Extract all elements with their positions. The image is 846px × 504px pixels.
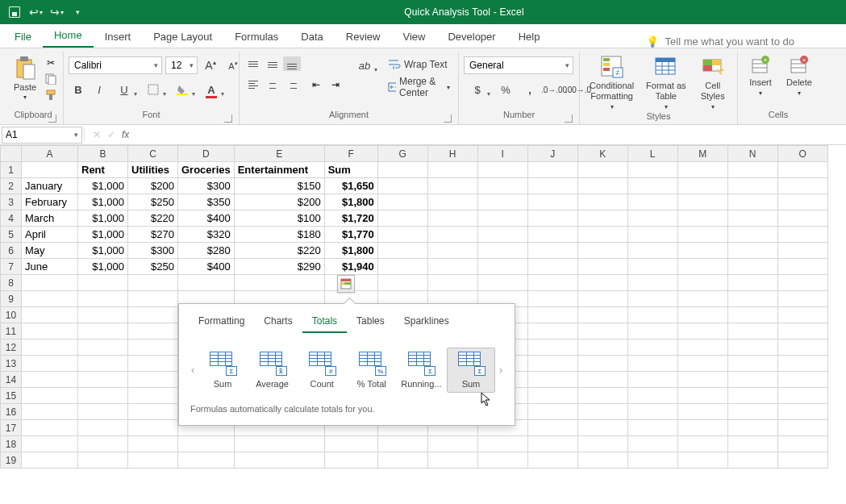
cell[interactable]	[477, 162, 527, 178]
tab-data[interactable]: Data	[290, 26, 334, 48]
cell[interactable]: $1,000	[78, 227, 128, 243]
cell[interactable]	[78, 420, 128, 436]
cell[interactable]	[527, 307, 577, 323]
decrease-decimal-button[interactable]: .00→.0	[569, 81, 588, 98]
column-header[interactable]: E	[234, 146, 324, 162]
qa-item-running[interactable]: ΣRunning...	[397, 348, 445, 393]
cell[interactable]	[527, 420, 577, 436]
cell[interactable]	[577, 307, 627, 323]
cell[interactable]	[577, 291, 627, 307]
row-header[interactable]: 12	[1, 339, 22, 356]
cell[interactable]	[527, 275, 577, 291]
cell[interactable]: $1,000	[78, 194, 128, 210]
copy-button[interactable]	[44, 73, 58, 85]
cell[interactable]: $1,800	[324, 243, 377, 259]
tab-review[interactable]: Review	[335, 26, 392, 48]
cell[interactable]	[627, 291, 677, 307]
column-header[interactable]: D	[178, 146, 235, 162]
cell[interactable]	[777, 388, 827, 404]
cell[interactable]: June	[22, 259, 78, 275]
number-format-combo[interactable]: General▾	[464, 56, 573, 74]
align-bottom-button[interactable]	[283, 56, 301, 71]
row-header[interactable]: 4	[1, 210, 22, 227]
cell[interactable]: Utilities	[128, 162, 178, 178]
cell[interactable]	[677, 339, 727, 356]
cell[interactable]	[377, 227, 427, 243]
font-dialog-launcher[interactable]	[224, 115, 232, 123]
cell[interactable]	[677, 194, 727, 210]
cell[interactable]	[128, 388, 178, 404]
number-dialog-launcher[interactable]	[565, 115, 573, 123]
cell[interactable]: Entertainment	[234, 162, 324, 178]
cell[interactable]	[577, 194, 627, 210]
fill-color-button[interactable]: ▾	[169, 81, 196, 98]
increase-font-button[interactable]: A▴	[201, 56, 220, 74]
column-header[interactable]: O	[777, 146, 827, 162]
quick-analysis-button[interactable]	[337, 275, 355, 293]
cell[interactable]: $300	[128, 243, 178, 259]
conditional-formatting-button[interactable]: ≠ Conditional Formatting▾	[585, 53, 639, 111]
align-center-button[interactable]	[264, 77, 281, 92]
cell[interactable]: $1,770	[324, 227, 377, 243]
cell[interactable]	[128, 339, 178, 356]
cell[interactable]	[727, 178, 777, 194]
formula-input[interactable]	[137, 127, 846, 144]
tab-help[interactable]: Help	[507, 26, 552, 48]
tab-view[interactable]: View	[391, 26, 436, 48]
row-header[interactable]: 1	[1, 162, 22, 178]
cell[interactable]	[78, 291, 128, 307]
row-header[interactable]: 8	[1, 275, 22, 291]
cell[interactable]	[128, 275, 178, 291]
cell[interactable]	[727, 388, 777, 404]
cell[interactable]: January	[22, 178, 78, 194]
cell[interactable]	[677, 372, 727, 388]
cell[interactable]	[527, 291, 577, 307]
column-header[interactable]: G	[377, 146, 427, 162]
cell[interactable]	[677, 404, 727, 420]
align-middle-button[interactable]	[264, 56, 281, 71]
qa-item-sum[interactable]: ΣSum	[198, 348, 247, 393]
alignment-dialog-launcher[interactable]	[444, 115, 452, 123]
cell[interactable]	[377, 436, 427, 452]
cell[interactable]	[527, 162, 577, 178]
cell[interactable]	[78, 323, 128, 339]
cell[interactable]	[178, 452, 235, 469]
cell[interactable]	[627, 339, 677, 356]
cell[interactable]	[22, 388, 78, 404]
cell[interactable]	[427, 194, 477, 210]
cell[interactable]	[777, 339, 827, 356]
cell[interactable]: $100	[234, 210, 324, 227]
cell[interactable]	[377, 162, 427, 178]
cell[interactable]	[727, 339, 777, 356]
cell[interactable]	[78, 275, 128, 291]
cell[interactable]: $1,940	[324, 259, 377, 275]
cell[interactable]: $180	[234, 227, 324, 243]
cell[interactable]	[427, 436, 477, 452]
cell[interactable]	[777, 227, 827, 243]
increase-decimal-button[interactable]: .0→.00	[544, 81, 564, 98]
cell[interactable]	[78, 436, 128, 452]
cell[interactable]	[677, 356, 727, 372]
cell[interactable]	[22, 420, 78, 436]
cell[interactable]	[377, 243, 427, 259]
row-header[interactable]: 13	[1, 356, 22, 372]
cell[interactable]: $1,650	[324, 178, 377, 194]
cell[interactable]	[627, 307, 677, 323]
cell[interactable]	[78, 372, 128, 388]
cell[interactable]: $290	[234, 259, 324, 275]
cell[interactable]	[22, 356, 78, 372]
cell[interactable]	[577, 162, 627, 178]
comma-format-button[interactable]: ,	[520, 81, 540, 98]
cell[interactable]	[777, 243, 827, 259]
delete-cells-button[interactable]: × Delete▾	[781, 53, 817, 98]
italic-button[interactable]: I	[90, 81, 109, 98]
cell[interactable]	[677, 420, 727, 436]
cell[interactable]	[527, 436, 577, 452]
cell[interactable]: May	[22, 243, 78, 259]
cell[interactable]	[527, 339, 577, 356]
cell[interactable]	[527, 210, 577, 227]
font-name-combo[interactable]: Calibri▾	[69, 56, 162, 74]
cell[interactable]	[677, 210, 727, 227]
cell[interactable]: Sum	[324, 162, 377, 178]
cell[interactable]: $350	[178, 194, 235, 210]
